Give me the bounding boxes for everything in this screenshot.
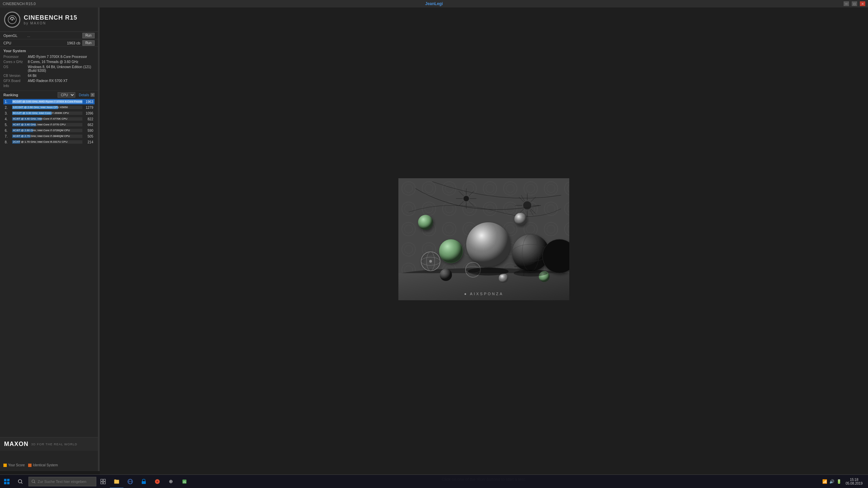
sys-label: GFX Board (3, 79, 28, 83)
ranking-close-button[interactable]: ✕ (91, 93, 95, 97)
minimize-button[interactable]: ─ (844, 1, 849, 6)
svg-rect-51 (4, 482, 6, 484)
opengl-score-row: OpenGL ... Run (0, 32, 98, 39)
opengl-dots: ... (27, 34, 82, 38)
svg-point-47 (514, 270, 548, 277)
maxon-brand-text: MAXON (4, 441, 28, 448)
maximize-button[interactable]: □ (852, 1, 857, 6)
sys-label: OS (3, 65, 28, 73)
svg-point-71 (170, 481, 172, 482)
app-taskbar[interactable]: Ai (178, 475, 191, 488)
opengl-label: OpenGL (3, 34, 27, 38)
search-taskbar-icon[interactable] (14, 475, 27, 488)
main-render-area: ● AIXSPONZA (100, 7, 868, 471)
render-scene-svg: ● AIXSPONZA (398, 178, 569, 300)
cpu-score-row: CPU 1963 cb Run (0, 39, 98, 47)
brand-sub: by MAXON (24, 21, 77, 25)
settings-taskbar[interactable] (164, 475, 178, 488)
task-view-button[interactable] (96, 475, 110, 488)
start-button[interactable] (0, 475, 14, 488)
ranking-list-item[interactable]: 1. 8C/16T @ 3.60 GHz; AMD Ryzen 7 3700X … (3, 99, 95, 104)
store-taskbar[interactable] (137, 475, 151, 488)
system-info-row: Cores x GHz8 Cores, 16 Threads @ 3.60 GH… (3, 59, 95, 64)
svg-point-53 (18, 480, 22, 483)
rank-number: 5. (5, 123, 11, 127)
music-taskbar[interactable] (151, 475, 164, 488)
ranking-list-item[interactable]: 5. 4C/8T @ 3.40 GHz; Intel Core i7-3770 … (3, 122, 95, 127)
rank-bar-container: 8C/16T @ 3.60 GHz; AMD Ryzen 7 3700X 8-C… (12, 100, 82, 103)
system-info-row: OSWindows 8, 64 Bit, Unknown Edition (12… (3, 64, 95, 73)
sys-value: 8 Cores, 16 Threads @ 3.60 GHz (28, 60, 95, 64)
sys-label: Processor (3, 55, 28, 59)
ranking-list-item[interactable]: 8. 2C/4T @ 1.70 GHz; Intel Core i5-3317U… (3, 139, 95, 145)
taskbar-search-box[interactable] (28, 477, 96, 486)
rank-bar-fill (12, 135, 31, 138)
ranking-filter-dropdown[interactable]: CPU (58, 92, 75, 98)
ranking-list-item[interactable]: 3. 6C/12T @ 3.30 GHz; Intel Core i7-3930… (3, 110, 95, 116)
cpu-run-button[interactable]: Run (82, 40, 95, 46)
close-button[interactable]: ✕ (860, 1, 865, 6)
taskbar-search-icon (32, 480, 36, 484)
system-clock[interactable]: 15:18 05.08.2019 (843, 478, 865, 485)
your-score-legend: Your Score (3, 463, 25, 467)
rank-number: 7. (5, 135, 11, 138)
legend: Your Score Identical System (0, 462, 98, 468)
ranking-list-item[interactable]: 6. 4C/8T @ 2.60 GHz; Intel Core i7-3720Q… (3, 128, 95, 133)
sys-label: Cores x GHz (3, 60, 28, 64)
svg-line-56 (34, 482, 35, 483)
clock-time: 15:18 (850, 478, 858, 482)
ranking-controls: CPU Details ✕ (58, 92, 95, 98)
battery-tray-icon[interactable]: 🔋 (836, 479, 842, 484)
rank-number: 2. (5, 106, 11, 109)
sys-label: CB Version (3, 74, 28, 78)
rank-bar-container: 4C/8T @ 2.60 GHz; Intel Core i7-3720QM C… (12, 129, 82, 132)
cpu-score-value: 1963 cb (67, 41, 80, 45)
ranking-list-item[interactable]: 2. 12C/24T @ 2.66 GHz; Intel Xeon CPU X5… (3, 105, 95, 110)
cpu-label: CPU (3, 41, 27, 45)
rank-score-value: 1279 (84, 106, 93, 109)
rank-number: 3. (5, 111, 11, 115)
svg-rect-52 (7, 482, 9, 484)
logo-area: CINEBENCH R15 by MAXON (0, 7, 98, 32)
cinebench-icon (4, 12, 20, 28)
rank-bar-fill (12, 129, 33, 132)
system-rows: ProcessorAMD Ryzen 7 3700X 8-Core Proces… (3, 54, 95, 88)
system-info-row: Info (3, 83, 95, 88)
rank-bar-container: 2C/4T @ 1.70 GHz; Intel Core i5-3317U CP… (12, 140, 82, 144)
taskbar-search-input[interactable] (38, 480, 88, 484)
details-button[interactable]: Details (79, 93, 89, 97)
file-explorer-taskbar[interactable] (110, 475, 123, 488)
small-white-top (514, 213, 527, 225)
system-info-row: CB Version64 Bit (3, 73, 95, 78)
browser-taskbar[interactable] (123, 475, 137, 488)
rank-bar-fill (12, 117, 42, 121)
sys-value (28, 84, 95, 88)
window-controls: ─ □ ✕ (844, 1, 865, 6)
title-bar: CINEBENCH R15.0 JeanLegi ─ □ ✕ (0, 0, 868, 7)
rank-score-value: 822 (84, 117, 93, 121)
rank-score-value: 1096 (84, 111, 93, 115)
small-dark-bottom (440, 269, 452, 281)
rank-bar-fill (12, 106, 58, 109)
rank-bar-container: 12C/24T @ 2.66 GHz; Intel Xeon CPU X5650 (12, 106, 82, 109)
ranking-list-item[interactable]: 7. 4C/8T @ 2.79 GHz; Intel Core i7-3840Q… (3, 134, 95, 139)
opengl-run-button[interactable]: Run (82, 33, 95, 38)
identical-system-legend: Identical System (28, 463, 58, 467)
svg-point-69 (157, 481, 158, 482)
svg-rect-58 (103, 479, 105, 481)
volume-tray-icon[interactable]: 🔊 (829, 479, 834, 484)
maxon-logo: MAXON 3D FOR THE REAL WORLD (0, 437, 98, 451)
svg-rect-62 (114, 480, 116, 481)
system-info-row: ProcessorAMD Ryzen 7 3700X 8-Core Proces… (3, 54, 95, 59)
brand-name: CINEBENCH R15 (24, 14, 77, 21)
rank-score-value: 590 (84, 129, 93, 133)
rank-bar-fill (12, 140, 20, 144)
rank-number: 4. (5, 117, 11, 121)
rank-number: 6. (5, 129, 11, 133)
network-tray-icon[interactable]: 📶 (822, 479, 827, 484)
ranking-list-item[interactable]: 4. 4C/8T @ 4.40 GHz; Intel Core i7-4770K… (3, 116, 95, 122)
svg-line-54 (21, 483, 22, 484)
system-section: Your System ProcessorAMD Ryzen 7 3700X 8… (0, 47, 98, 91)
ranking-section: Ranking CPU Details ✕ 1. 8C/16T @ 3.60 G… (0, 91, 98, 145)
rank-number: 1. (5, 100, 11, 104)
